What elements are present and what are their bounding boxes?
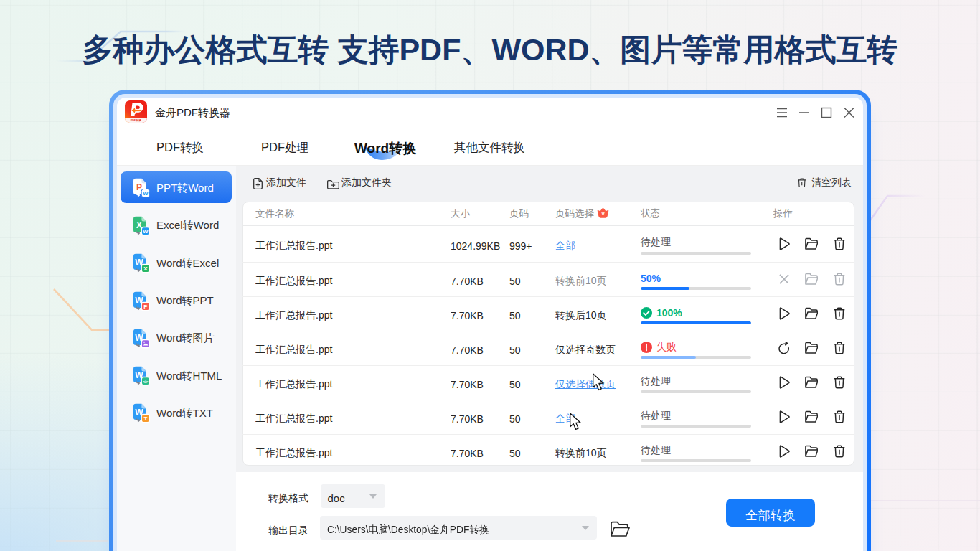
svg-text:PDF 转换: PDF 转换 (131, 118, 142, 122)
svg-text:W: W (143, 228, 149, 235)
svg-text:T: T (143, 415, 147, 422)
svg-text:</>: </> (143, 380, 149, 384)
svg-text:X: X (143, 265, 148, 272)
svg-text:P: P (143, 303, 148, 310)
svg-text:W: W (143, 190, 149, 197)
